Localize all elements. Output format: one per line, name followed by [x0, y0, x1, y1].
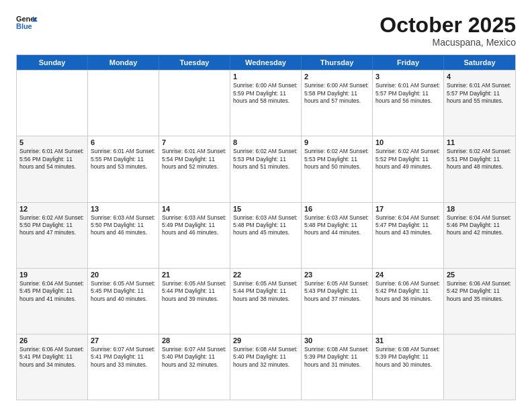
weekday-header-saturday: Saturday — [444, 55, 515, 70]
day-number: 8 — [233, 138, 298, 146]
calendar-week-2: 5Sunrise: 6:01 AM Sunset: 5:56 PM Daylig… — [17, 136, 515, 201]
calendar-cell: 16Sunrise: 6:03 AM Sunset: 5:48 PM Dayli… — [302, 203, 373, 268]
calendar-cell: 19Sunrise: 6:04 AM Sunset: 5:45 PM Dayli… — [17, 269, 88, 334]
calendar-cell: 3Sunrise: 6:01 AM Sunset: 5:57 PM Daylig… — [373, 71, 444, 136]
day-info: Sunrise: 6:06 AM Sunset: 5:42 PM Dayligh… — [375, 280, 441, 303]
day-info: Sunrise: 6:03 AM Sunset: 5:48 PM Dayligh… — [233, 214, 298, 237]
calendar-cell: 22Sunrise: 6:05 AM Sunset: 5:44 PM Dayli… — [230, 269, 302, 334]
calendar-cell: 2Sunrise: 6:00 AM Sunset: 5:58 PM Daylig… — [302, 71, 373, 136]
calendar-cell: 28Sunrise: 6:07 AM Sunset: 5:40 PM Dayli… — [159, 334, 230, 400]
day-number: 3 — [375, 73, 441, 81]
calendar-cell: 21Sunrise: 6:05 AM Sunset: 5:44 PM Dayli… — [159, 269, 230, 334]
day-info: Sunrise: 6:01 AM Sunset: 5:55 PM Dayligh… — [91, 148, 156, 171]
weekday-header-monday: Monday — [88, 55, 159, 70]
calendar-header: SundayMondayTuesdayWednesdayThursdayFrid… — [17, 55, 515, 70]
day-number: 18 — [447, 205, 513, 213]
calendar-cell — [159, 71, 230, 136]
day-number: 11 — [447, 138, 513, 146]
weekday-header-sunday: Sunday — [17, 55, 88, 70]
day-number: 6 — [91, 138, 156, 146]
day-info: Sunrise: 6:04 AM Sunset: 5:47 PM Dayligh… — [375, 214, 441, 237]
calendar-week-5: 26Sunrise: 6:06 AM Sunset: 5:41 PM Dayli… — [17, 334, 515, 400]
calendar-cell — [88, 71, 159, 136]
calendar-cell: 27Sunrise: 6:07 AM Sunset: 5:41 PM Dayli… — [88, 334, 159, 400]
day-info: Sunrise: 6:02 AM Sunset: 5:52 PM Dayligh… — [375, 148, 441, 171]
day-number: 10 — [375, 138, 441, 146]
calendar-cell: 4Sunrise: 6:01 AM Sunset: 5:57 PM Daylig… — [444, 71, 515, 136]
logo: General Blue — [16, 13, 38, 32]
day-number: 16 — [304, 205, 369, 213]
calendar-week-3: 12Sunrise: 6:02 AM Sunset: 5:50 PM Dayli… — [17, 202, 515, 268]
day-number: 14 — [162, 205, 227, 213]
day-info: Sunrise: 6:04 AM Sunset: 5:46 PM Dayligh… — [447, 214, 513, 237]
title-block: October 2025 Macuspana, Mexico — [380, 13, 516, 48]
day-number: 20 — [91, 271, 156, 279]
calendar-cell — [444, 334, 515, 400]
calendar-week-1: 1Sunrise: 6:00 AM Sunset: 5:59 PM Daylig… — [17, 70, 515, 136]
weekday-header-wednesday: Wednesday — [230, 55, 302, 70]
day-number: 15 — [233, 205, 298, 213]
day-number: 12 — [19, 205, 85, 213]
day-info: Sunrise: 6:05 AM Sunset: 5:44 PM Dayligh… — [233, 280, 298, 303]
weekday-header-tuesday: Tuesday — [159, 55, 230, 70]
day-number: 5 — [19, 138, 85, 146]
day-number: 26 — [19, 336, 85, 345]
calendar-cell: 18Sunrise: 6:04 AM Sunset: 5:46 PM Dayli… — [444, 203, 515, 268]
day-number: 21 — [162, 271, 227, 279]
day-number: 13 — [91, 205, 156, 213]
day-number: 2 — [304, 73, 369, 81]
calendar-cell: 10Sunrise: 6:02 AM Sunset: 5:52 PM Dayli… — [373, 136, 444, 201]
calendar-week-4: 19Sunrise: 6:04 AM Sunset: 5:45 PM Dayli… — [17, 268, 515, 334]
calendar-cell: 5Sunrise: 6:01 AM Sunset: 5:56 PM Daylig… — [17, 136, 88, 201]
day-number: 22 — [233, 271, 298, 279]
weekday-header-thursday: Thursday — [302, 55, 373, 70]
calendar-cell: 30Sunrise: 6:08 AM Sunset: 5:39 PM Dayli… — [302, 334, 373, 400]
day-number: 7 — [162, 138, 227, 146]
calendar-cell: 6Sunrise: 6:01 AM Sunset: 5:55 PM Daylig… — [88, 136, 159, 201]
day-info: Sunrise: 6:06 AM Sunset: 5:42 PM Dayligh… — [447, 280, 513, 303]
day-info: Sunrise: 6:00 AM Sunset: 5:59 PM Dayligh… — [233, 82, 298, 105]
day-number: 29 — [233, 336, 298, 345]
day-info: Sunrise: 6:00 AM Sunset: 5:58 PM Dayligh… — [304, 82, 369, 105]
day-info: Sunrise: 6:03 AM Sunset: 5:50 PM Dayligh… — [91, 214, 156, 237]
logo-icon: General Blue — [16, 13, 38, 32]
calendar-cell: 7Sunrise: 6:01 AM Sunset: 5:54 PM Daylig… — [159, 136, 230, 201]
day-info: Sunrise: 6:03 AM Sunset: 5:48 PM Dayligh… — [304, 214, 369, 237]
day-info: Sunrise: 6:05 AM Sunset: 5:44 PM Dayligh… — [162, 280, 227, 303]
calendar-cell: 31Sunrise: 6:08 AM Sunset: 5:39 PM Dayli… — [373, 334, 444, 400]
day-info: Sunrise: 6:02 AM Sunset: 5:53 PM Dayligh… — [304, 148, 369, 171]
day-info: Sunrise: 6:01 AM Sunset: 5:54 PM Dayligh… — [162, 148, 227, 171]
day-info: Sunrise: 6:04 AM Sunset: 5:45 PM Dayligh… — [19, 280, 85, 303]
day-number: 9 — [304, 138, 369, 146]
calendar-body: 1Sunrise: 6:00 AM Sunset: 5:59 PM Daylig… — [17, 70, 515, 400]
weekday-header-friday: Friday — [373, 55, 444, 70]
day-number: 1 — [233, 73, 298, 81]
day-number: 25 — [447, 271, 513, 279]
calendar-cell: 17Sunrise: 6:04 AM Sunset: 5:47 PM Dayli… — [373, 203, 444, 268]
day-info: Sunrise: 6:02 AM Sunset: 5:50 PM Dayligh… — [19, 214, 85, 237]
day-info: Sunrise: 6:07 AM Sunset: 5:40 PM Dayligh… — [162, 346, 227, 369]
day-number: 31 — [375, 336, 441, 345]
day-info: Sunrise: 6:06 AM Sunset: 5:41 PM Dayligh… — [19, 346, 85, 369]
day-info: Sunrise: 6:01 AM Sunset: 5:56 PM Dayligh… — [19, 148, 85, 171]
day-info: Sunrise: 6:01 AM Sunset: 5:57 PM Dayligh… — [447, 82, 513, 105]
calendar-cell: 14Sunrise: 6:03 AM Sunset: 5:49 PM Dayli… — [159, 203, 230, 268]
calendar-cell: 1Sunrise: 6:00 AM Sunset: 5:59 PM Daylig… — [230, 71, 302, 136]
calendar-cell: 15Sunrise: 6:03 AM Sunset: 5:48 PM Dayli… — [230, 203, 302, 268]
day-number: 23 — [304, 271, 369, 279]
page: General Blue October 2025 Macuspana, Mex… — [0, 0, 532, 411]
day-number: 19 — [19, 271, 85, 279]
calendar-cell: 26Sunrise: 6:06 AM Sunset: 5:41 PM Dayli… — [17, 334, 88, 400]
calendar-cell: 24Sunrise: 6:06 AM Sunset: 5:42 PM Dayli… — [373, 269, 444, 334]
calendar: SundayMondayTuesdayWednesdayThursdayFrid… — [16, 54, 516, 400]
day-info: Sunrise: 6:01 AM Sunset: 5:57 PM Dayligh… — [375, 82, 441, 105]
calendar-cell: 12Sunrise: 6:02 AM Sunset: 5:50 PM Dayli… — [17, 203, 88, 268]
calendar-cell — [17, 71, 88, 136]
calendar-cell: 23Sunrise: 6:05 AM Sunset: 5:43 PM Dayli… — [302, 269, 373, 334]
day-number: 4 — [447, 73, 513, 81]
day-info: Sunrise: 6:02 AM Sunset: 5:51 PM Dayligh… — [447, 148, 513, 171]
day-info: Sunrise: 6:08 AM Sunset: 5:39 PM Dayligh… — [304, 346, 369, 369]
day-number: 24 — [375, 271, 441, 279]
day-info: Sunrise: 6:05 AM Sunset: 5:45 PM Dayligh… — [91, 280, 156, 303]
month-title: October 2025 — [380, 13, 516, 37]
